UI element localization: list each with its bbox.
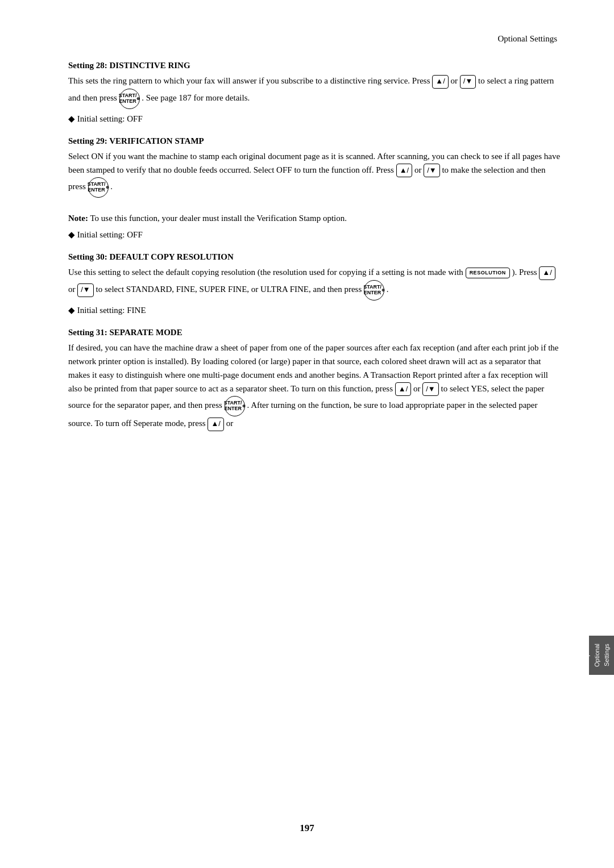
down-arrow-key-3: /▼	[77, 283, 93, 297]
start-enter-key-2: START/ENTER⊕	[88, 177, 109, 198]
side-tab-label1: Optional	[593, 644, 601, 667]
page-number: 197	[0, 823, 614, 834]
section29-initial: Initial setting: OFF	[68, 229, 563, 240]
start-enter-key-4: START/ENTER⊕	[225, 396, 245, 416]
section-setting31: Setting 31: SEPARATE MODE If desired, yo…	[68, 328, 563, 431]
page-header: Optional Settings	[68, 34, 557, 44]
page: Optional Settings Setting 28: DISTINCTIV…	[0, 0, 614, 868]
up-arrow-key-5: ▲/	[208, 418, 223, 431]
start-enter-key-1: START/ENTER⊕	[119, 89, 140, 109]
side-tab-number: 7	[584, 653, 592, 657]
down-arrow-key-2: /▼	[424, 164, 439, 177]
down-arrow-key-1: /▼	[460, 75, 476, 89]
section-setting28: Setting 28: DISTINCTIVE RING This sets t…	[68, 61, 563, 124]
section29-title: Setting 29: VERIFICATION STAMP	[68, 136, 563, 146]
section28-initial: Initial setting: OFF	[68, 114, 563, 124]
up-arrow-key-3: ▲/	[539, 266, 555, 280]
side-tab: 7 Optional Settings	[589, 636, 614, 675]
section30-body: Use this setting to select the default c…	[68, 265, 563, 301]
section-setting29: Setting 29: VERIFICATION STAMP Select ON…	[68, 136, 563, 240]
up-arrow-key-1: ▲/	[432, 75, 448, 89]
section31-title: Setting 31: SEPARATE MODE	[68, 328, 563, 337]
section30-title: Setting 30: DEFAULT COPY RESOLUTION	[68, 252, 563, 262]
header-title: Optional Settings	[497, 34, 557, 43]
start-enter-key-3: START/ENTER⊕	[364, 280, 384, 301]
up-arrow-key-4: ▲/	[395, 382, 411, 396]
up-arrow-key-2: ▲/	[396, 164, 412, 177]
section30-initial: Initial setting: FINE	[68, 305, 563, 315]
note-label: Note:	[68, 214, 88, 223]
side-tab-label2: Settings	[603, 644, 611, 667]
section28-body: This sets the ring pattern to which your…	[68, 74, 563, 109]
resolution-key: RESOLUTION	[466, 268, 510, 278]
section-setting30: Setting 30: DEFAULT COPY RESOLUTION Use …	[68, 252, 563, 315]
down-arrow-key-4: /▼	[422, 382, 438, 396]
section29-body: Select ON if you want the machine to sta…	[68, 149, 563, 226]
side-tab-content: 7 Optional Settings	[584, 644, 611, 667]
section28-title: Setting 28: DISTINCTIVE RING	[68, 61, 563, 70]
section31-body: If desired, you can have the machine dra…	[68, 341, 563, 431]
